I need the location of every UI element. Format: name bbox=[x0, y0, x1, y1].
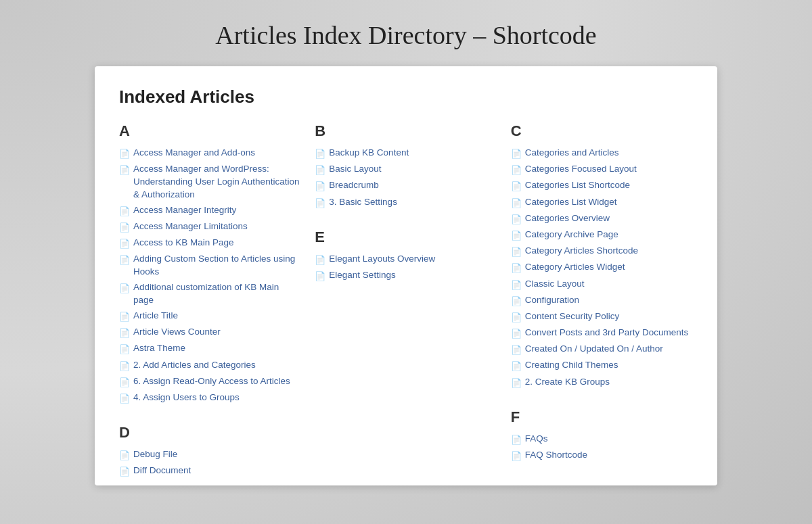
list-item[interactable]: 📄Debug File bbox=[119, 448, 301, 462]
list-item[interactable]: 📄FAQs bbox=[511, 433, 693, 446]
doc-icon: 📄 bbox=[511, 246, 522, 258]
doc-icon: 📄 bbox=[315, 197, 325, 210]
list-item[interactable]: 📄2. Create KB Groups bbox=[511, 376, 693, 389]
list-item[interactable]: 📄Category Articles Shortcode bbox=[511, 245, 693, 258]
doc-icon: 📄 bbox=[119, 450, 130, 462]
list-item[interactable]: 📄Adding Custom Section to Articles using… bbox=[119, 253, 301, 279]
list-item[interactable]: 📄Access to KB Main Page bbox=[119, 237, 301, 250]
article-list-b: 📄Backup KB Content 📄Basic Layout 📄Breadc… bbox=[315, 147, 497, 210]
list-item[interactable]: 📄Elegant Layouts Overview bbox=[315, 253, 497, 266]
doc-icon: 📄 bbox=[511, 295, 522, 308]
doc-icon: 📄 bbox=[119, 238, 130, 250]
doc-icon: 📄 bbox=[119, 360, 130, 373]
letter-f: F bbox=[511, 408, 693, 426]
doc-icon: 📄 bbox=[119, 466, 130, 478]
doc-icon: 📄 bbox=[119, 254, 130, 266]
doc-icon: 📄 bbox=[119, 283, 130, 295]
doc-icon: 📄 bbox=[511, 148, 522, 160]
doc-icon: 📄 bbox=[119, 311, 130, 323]
doc-icon: 📄 bbox=[511, 312, 522, 324]
list-item[interactable]: 📄Classic Layout bbox=[511, 278, 693, 291]
doc-icon: 📄 bbox=[511, 344, 522, 356]
doc-icon: 📄 bbox=[511, 434, 522, 446]
list-item[interactable]: 📄Categories List Widget bbox=[511, 196, 693, 210]
article-list-c: 📄Categories and Articles 📄Categories Foc… bbox=[511, 147, 693, 389]
doc-icon: 📄 bbox=[511, 262, 522, 275]
doc-icon: 📄 bbox=[315, 148, 325, 160]
list-item[interactable]: 📄FAQ Shortcode bbox=[511, 449, 693, 462]
list-item[interactable]: 📄Access Manager and WordPress: Understan… bbox=[119, 163, 301, 201]
list-item[interactable]: 📄Categories Focused Layout bbox=[511, 163, 693, 176]
list-item[interactable]: 📄Access Manager Limitations bbox=[119, 220, 301, 234]
list-item[interactable]: 📄Elegant Settings bbox=[315, 269, 497, 283]
article-list-a: 📄Access Manager and Add-ons 📄Access Mana… bbox=[119, 147, 301, 405]
list-item[interactable]: 📄Content Security Policy bbox=[511, 310, 693, 324]
letter-e: E bbox=[315, 229, 497, 246]
list-item[interactable]: 📄Categories List Shortcode bbox=[511, 179, 693, 193]
list-item[interactable]: 📄Article Views Counter bbox=[119, 326, 301, 339]
doc-icon: 📄 bbox=[315, 164, 325, 176]
main-card: Indexed Articles A 📄Access Manager and A… bbox=[95, 66, 717, 485]
card-title: Indexed Articles bbox=[119, 87, 693, 108]
article-list-f: 📄FAQs 📄FAQ Shortcode bbox=[511, 433, 693, 462]
letter-d: D bbox=[119, 424, 301, 442]
doc-icon: 📄 bbox=[119, 206, 130, 218]
doc-icon: 📄 bbox=[119, 164, 130, 176]
list-item[interactable]: 📄Configuration bbox=[511, 294, 693, 308]
list-item[interactable]: 📄Categories Overview bbox=[511, 212, 693, 226]
list-item[interactable]: 📄Additional customization of KB Main pag… bbox=[119, 281, 301, 307]
list-item[interactable]: 📄Backup KB Content bbox=[315, 147, 497, 160]
doc-icon: 📄 bbox=[511, 450, 522, 462]
list-item[interactable]: 📄Creating Child Themes bbox=[511, 359, 693, 373]
list-item[interactable]: 📄2. Add Articles and Categories bbox=[119, 359, 301, 373]
list-item[interactable]: 📄Diff Document bbox=[119, 465, 301, 478]
list-item[interactable]: 📄Category Articles Widget bbox=[511, 261, 693, 275]
doc-icon: 📄 bbox=[315, 181, 325, 193]
list-item[interactable]: 📄Category Archive Page bbox=[511, 229, 693, 242]
doc-icon: 📄 bbox=[511, 279, 522, 291]
list-item[interactable]: 📄3. Basic Settings bbox=[315, 196, 497, 210]
list-item[interactable]: 📄4. Assign Users to Groups bbox=[119, 391, 301, 405]
doc-icon: 📄 bbox=[511, 214, 522, 226]
doc-icon: 📄 bbox=[511, 377, 522, 389]
page-title: Articles Index Directory – Shortcode bbox=[215, 20, 597, 50]
list-item[interactable]: 📄Basic Layout bbox=[315, 163, 497, 176]
columns-container: A 📄Access Manager and Add-ons 📄Access Ma… bbox=[119, 122, 693, 485]
letter-c: C bbox=[511, 122, 693, 140]
doc-icon: 📄 bbox=[119, 343, 130, 356]
doc-icon: 📄 bbox=[119, 148, 130, 160]
doc-icon: 📄 bbox=[511, 360, 522, 373]
doc-icon: 📄 bbox=[315, 270, 325, 283]
doc-icon: 📄 bbox=[119, 222, 130, 234]
article-list-e: 📄Elegant Layouts Overview 📄Elegant Setti… bbox=[315, 253, 497, 283]
doc-icon: 📄 bbox=[119, 377, 130, 389]
doc-icon: 📄 bbox=[511, 197, 522, 210]
list-item[interactable]: 📄Convert Posts and 3rd Party Documents bbox=[511, 327, 693, 340]
article-list-d: 📄Debug File 📄Diff Document bbox=[119, 448, 301, 478]
list-item[interactable]: 📄6. Assign Read-Only Access to Articles bbox=[119, 375, 301, 389]
list-item[interactable]: 📄Breadcrumb bbox=[315, 179, 497, 193]
column-c: C 📄Categories and Articles 📄Categories F… bbox=[511, 122, 693, 485]
list-item[interactable]: 📄Categories and Articles bbox=[511, 147, 693, 160]
column-a: A 📄Access Manager and Add-ons 📄Access Ma… bbox=[119, 122, 301, 485]
doc-icon: 📄 bbox=[315, 254, 325, 266]
doc-icon: 📄 bbox=[119, 327, 130, 339]
list-item[interactable]: 📄Article Title bbox=[119, 310, 301, 323]
doc-icon: 📄 bbox=[511, 328, 522, 340]
list-item[interactable]: 📄Created On / Updated On / Author bbox=[511, 343, 693, 356]
list-item[interactable]: 📄Astra Theme bbox=[119, 342, 301, 356]
letter-b: B bbox=[315, 122, 497, 140]
letter-a: A bbox=[119, 122, 301, 140]
doc-icon: 📄 bbox=[511, 164, 522, 176]
column-b: B 📄Backup KB Content 📄Basic Layout 📄Brea… bbox=[315, 122, 497, 485]
doc-icon: 📄 bbox=[511, 181, 522, 193]
doc-icon: 📄 bbox=[119, 393, 130, 405]
list-item[interactable]: 📄Access Manager Integrity bbox=[119, 204, 301, 218]
list-item[interactable]: 📄Access Manager and Add-ons bbox=[119, 147, 301, 160]
doc-icon: 📄 bbox=[511, 230, 522, 242]
